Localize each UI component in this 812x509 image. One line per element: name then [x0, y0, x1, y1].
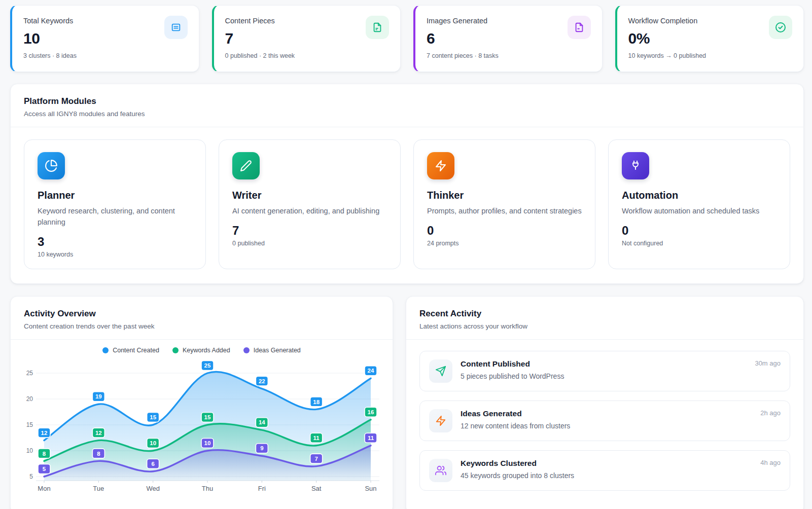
module-description: AI content generation, editing, and publ… [232, 206, 387, 217]
stat-card-total-keywords: Total Keywords 10 3 clusters · 8 ideas [10, 5, 199, 72]
activity-title: Keywords Clustered [461, 459, 754, 468]
svg-text:14: 14 [259, 419, 265, 425]
stat-card-content-pieces: Content Pieces 7 0 published · 2 this we… [212, 5, 401, 72]
stat-value: 0% [628, 30, 792, 47]
section-title: Recent Activity [419, 309, 790, 319]
stat-sub: 10 keywords → 0 published [628, 52, 792, 59]
activity-chart: 510152025MonTueWedThuFriSatSun1219152522… [22, 358, 382, 494]
bottom-row: Activity Overview Content creation trend… [10, 296, 804, 509]
module-card-automation[interactable]: Automation Workflow automation and sched… [608, 139, 790, 269]
svg-text:Sun: Sun [365, 485, 376, 492]
recent-activity-card: Recent Activity Latest actions across yo… [406, 296, 804, 509]
section-title: Platform Modules [24, 96, 790, 106]
svg-text:12: 12 [95, 430, 102, 436]
svg-text:15: 15 [26, 421, 33, 428]
activity-timestamp: 30m ago [755, 359, 781, 367]
activity-list: Content Published 5 pieces published to … [406, 340, 803, 502]
activity-timestamp: 4h ago [760, 459, 781, 466]
svg-text:24: 24 [368, 368, 374, 374]
svg-text:15: 15 [204, 414, 211, 420]
section-subtitle: Content creation trends over the past we… [24, 322, 379, 330]
legend-item: Keywords Added [172, 347, 230, 354]
send-icon [429, 359, 452, 383]
svg-text:10: 10 [26, 447, 33, 454]
module-value: 0 [427, 224, 582, 238]
svg-text:Sat: Sat [311, 485, 322, 492]
list-document-icon [164, 16, 188, 39]
svg-text:Thu: Thu [202, 485, 213, 492]
svg-text:18: 18 [313, 399, 320, 405]
section-subtitle: Access all IGNY8 modules and features [24, 110, 790, 118]
svg-text:Wed: Wed [146, 485, 160, 492]
stats-row: Total Keywords 10 3 clusters · 8 ideas C… [10, 5, 804, 72]
stat-sub: 7 content pieces · 8 tasks [427, 52, 590, 59]
svg-text:9: 9 [260, 445, 263, 451]
pie-chart-icon [38, 152, 65, 179]
svg-text:Mon: Mon [38, 485, 50, 492]
check-circle-icon [769, 16, 792, 39]
module-name: Planner [38, 190, 192, 201]
module-sub: 10 keywords [38, 251, 192, 258]
module-card-thinker[interactable]: Thinker Prompts, author profiles, and co… [413, 139, 595, 269]
module-description: Prompts, author profiles, and content st… [427, 206, 582, 217]
module-value: 7 [232, 224, 387, 238]
activity-timestamp: 2h ago [760, 409, 781, 417]
svg-text:6: 6 [151, 461, 154, 467]
module-card-writer[interactable]: Writer AI content generation, editing, a… [219, 139, 401, 269]
activity-description: 45 keywords grouped into 8 clusters [461, 471, 754, 480]
lightning-icon [429, 409, 452, 432]
users-icon [429, 459, 452, 482]
activity-title: Ideas Generated [461, 409, 754, 418]
stat-card-images-generated: Images Generated 6 7 content pieces · 8 … [413, 5, 603, 72]
svg-text:25: 25 [204, 362, 211, 369]
module-name: Automation [622, 190, 776, 201]
module-name: Writer [232, 190, 387, 201]
dashboard-page: Total Keywords 10 3 clusters · 8 ideas C… [0, 0, 812, 509]
section-subtitle: Latest actions across your workflow [419, 322, 790, 330]
activity-description: 12 new content ideas from clusters [461, 422, 754, 430]
stat-card-workflow-completion: Workflow Completion 0% 10 keywords → 0 p… [615, 5, 804, 72]
svg-text:20: 20 [26, 395, 33, 403]
legend-item: Ideas Generated [243, 347, 301, 354]
platform-modules-section: Platform Modules Access all IGNY8 module… [10, 84, 804, 284]
module-card-planner[interactable]: Planner Keyword research, clustering, an… [24, 139, 206, 269]
stat-label: Content Pieces [225, 17, 389, 25]
file-icon [366, 16, 389, 39]
image-file-icon [568, 16, 591, 39]
svg-text:Tue: Tue [93, 485, 104, 492]
svg-text:5: 5 [29, 473, 33, 480]
activity-item-content-published: Content Published 5 pieces published to … [419, 351, 790, 391]
svg-text:19: 19 [95, 393, 102, 399]
plug-icon [622, 152, 649, 179]
svg-text:5: 5 [43, 466, 46, 472]
legend-item: Content Created [102, 347, 159, 354]
svg-text:15: 15 [150, 414, 156, 420]
activity-item-keywords-clustered: Keywords Clustered 45 keywords grouped i… [419, 450, 790, 491]
svg-text:11: 11 [368, 435, 374, 441]
svg-text:22: 22 [259, 378, 265, 384]
activity-title: Content Published [461, 359, 749, 369]
svg-text:16: 16 [368, 409, 374, 415]
svg-text:12: 12 [41, 430, 48, 436]
modules-grid: Planner Keyword research, clustering, an… [11, 127, 803, 283]
module-value: 0 [622, 224, 776, 238]
stat-label: Images Generated [427, 17, 590, 25]
svg-text:25: 25 [26, 370, 33, 377]
svg-text:10: 10 [150, 440, 156, 446]
module-sub: 24 prompts [427, 240, 582, 247]
module-sub: 0 published [232, 240, 387, 247]
svg-text:10: 10 [204, 440, 211, 446]
svg-text:8: 8 [43, 451, 46, 457]
activity-overview-card: Activity Overview Content creation trend… [10, 296, 393, 509]
module-sub: Not configured [622, 240, 776, 247]
module-value: 3 [38, 235, 192, 249]
svg-text:7: 7 [314, 456, 317, 462]
stat-label: Workflow Completion [628, 17, 792, 25]
section-title: Activity Overview [24, 309, 379, 319]
module-description: Workflow automation and scheduled tasks [622, 206, 776, 217]
chart-legend: Content CreatedKeywords AddedIdeas Gener… [22, 347, 381, 354]
pencil-icon [232, 152, 260, 179]
svg-text:11: 11 [313, 435, 320, 441]
svg-text:8: 8 [97, 451, 100, 457]
stat-sub: 3 clusters · 8 ideas [23, 52, 187, 59]
